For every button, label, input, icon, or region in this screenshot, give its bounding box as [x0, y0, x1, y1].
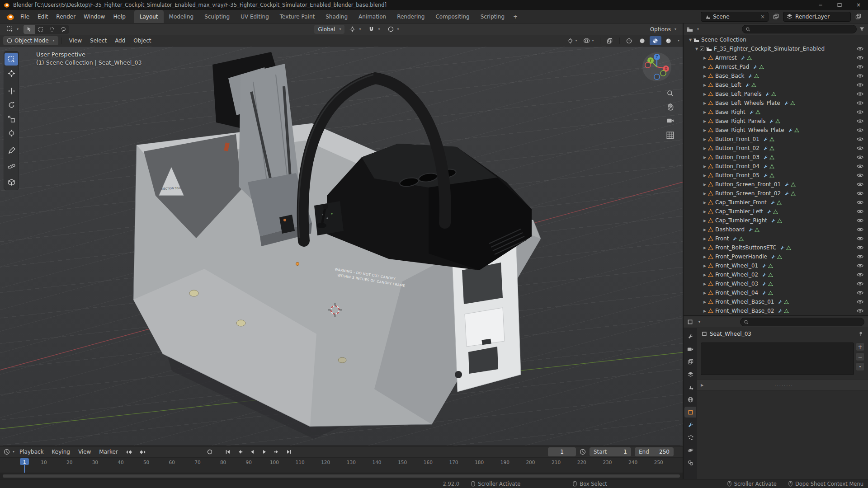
outliner-object-row[interactable]: ▶ Front_Wheel_Base_02	[684, 306, 868, 315]
xray-toggle[interactable]	[604, 36, 616, 45]
pin-icon[interactable]	[858, 331, 863, 337]
jump-next-keyframe-button[interactable]	[137, 448, 149, 456]
visibility-eye-icon[interactable]	[857, 92, 863, 96]
visibility-eye-icon[interactable]	[857, 110, 863, 114]
visibility-eye-icon[interactable]	[857, 236, 863, 241]
disclosure-icon[interactable]: ▼	[693, 47, 700, 51]
visibility-eye-icon[interactable]	[857, 65, 863, 69]
viewport-camera-icon[interactable]	[666, 117, 674, 123]
outliner-object-row[interactable]: ▶ Button_Front_04	[684, 162, 868, 171]
transform-orientation-dropdown[interactable]: Global ▾	[314, 25, 344, 34]
viewport-menu-item[interactable]: Add	[111, 35, 129, 46]
disclosure-icon[interactable]: ▶	[702, 246, 708, 250]
tab-view-layer[interactable]	[684, 369, 696, 380]
outliner-object-row[interactable]: ▶ Front_Wheel_04	[684, 288, 868, 297]
outliner-object-row[interactable]: ▶ Front_Wheel_Base_01	[684, 297, 868, 306]
workspace-tab[interactable]: Compositing	[430, 10, 475, 23]
disclosure-icon[interactable]: ▶	[702, 174, 708, 178]
outliner-collection-row[interactable]: ▼ ✓ F_35_Fighter_Cockpit_Simulator_Enabl…	[684, 44, 868, 53]
disclosure-icon[interactable]: ▶	[702, 128, 708, 132]
disclosure-icon[interactable]: ▶	[702, 237, 708, 241]
disclosure-icon[interactable]: ▶	[702, 56, 708, 60]
viewport-zoom-icon[interactable]	[666, 89, 674, 97]
disclosure-icon[interactable]: ▶	[702, 264, 708, 268]
properties-editor-icon[interactable]	[687, 319, 693, 325]
select-box-tool[interactable]	[5, 53, 18, 66]
visibility-eye-icon[interactable]	[857, 137, 863, 141]
visibility-eye-icon[interactable]	[857, 227, 863, 232]
menu-item[interactable]: Render	[52, 10, 80, 23]
disclosure-icon[interactable]: ▶	[702, 83, 708, 87]
new-scene-button[interactable]	[771, 12, 780, 21]
disclosure-icon[interactable]: ▶	[702, 110, 708, 114]
properties-search-input[interactable]	[751, 319, 861, 325]
outliner-search-input[interactable]	[753, 26, 853, 33]
viewport-3d[interactable]: EJECTION SEAT	[0, 47, 683, 446]
cockpit-model[interactable]: EJECTION SEAT	[133, 52, 541, 439]
visibility-eye-icon[interactable]	[857, 209, 863, 214]
scrollbar-handle[interactable]	[3, 474, 680, 478]
timeline-ruler[interactable]: 1020304050607080901001101201301401501601…	[0, 458, 683, 473]
outliner-object-row[interactable]: ▶ Dashboard	[684, 225, 868, 234]
visibility-eye-icon[interactable]	[857, 300, 863, 304]
viewport-pan-hand-icon[interactable]	[666, 103, 674, 111]
outliner-object-row[interactable]: ▶ Cap_Tumbler_Right	[684, 216, 868, 225]
chevron-down-icon[interactable]: ▾	[678, 39, 679, 42]
visibility-eye-icon[interactable]	[857, 164, 863, 169]
outliner-root-row[interactable]: ▼ Scene Collection	[684, 35, 868, 44]
current-frame-flag[interactable]: 1	[20, 458, 29, 465]
shading-material-button[interactable]	[650, 36, 661, 45]
visibility-eye-icon[interactable]	[857, 119, 863, 123]
outliner-object-row[interactable]: ▶ Front	[684, 234, 868, 243]
disclosure-icon[interactable]: ▶	[702, 101, 708, 105]
visibility-eye-icon[interactable]	[857, 83, 863, 87]
collapsed-panel-header[interactable]: ▶ ········	[697, 380, 868, 390]
outliner-object-row[interactable]: ▶ Front_PowerHandle	[684, 252, 868, 261]
visibility-eye-icon[interactable]	[857, 74, 863, 78]
workspace-tab[interactable]: Modeling	[164, 10, 199, 23]
disclosure-icon[interactable]: ▶	[702, 192, 708, 196]
timeline-editor-icon[interactable]	[4, 449, 10, 455]
minimize-button[interactable]: ─	[811, 0, 830, 10]
disclosure-icon[interactable]: ▶	[702, 155, 708, 160]
disclosure-icon[interactable]: ▶	[702, 273, 708, 277]
timeline-scrollbar[interactable]	[0, 473, 683, 479]
disclosure-icon[interactable]: ▶	[702, 201, 708, 205]
next-keyframe-button[interactable]	[271, 448, 282, 456]
disclosure-icon[interactable]: ▶	[702, 183, 708, 187]
disclosure-icon[interactable]: ▼	[687, 38, 693, 42]
outliner-object-row[interactable]: ▶ Button_Front_02	[684, 144, 868, 153]
frame-end-field[interactable]: End 250	[635, 447, 674, 456]
show-overlays-dropdown[interactable]: ▾	[581, 36, 596, 45]
jump-to-end-button[interactable]	[283, 448, 294, 456]
transform-tool[interactable]	[5, 127, 18, 139]
disclosure-icon[interactable]: ▶	[702, 74, 708, 78]
maximize-button[interactable]	[830, 0, 849, 10]
select-mode-circle[interactable]	[46, 25, 57, 34]
add-cube-tool[interactable]	[5, 176, 18, 188]
disclosure-icon[interactable]: ▶	[702, 228, 708, 232]
workspace-tab[interactable]: Texture Paint	[274, 10, 320, 23]
close-button[interactable]: ×	[849, 0, 868, 10]
filter-funnel-icon[interactable]	[859, 26, 865, 32]
blender-logo-icon[interactable]	[5, 13, 14, 20]
tab-particles[interactable]	[684, 432, 696, 443]
viewport-perspective-grid-icon[interactable]	[666, 131, 674, 139]
disclosure-icon[interactable]: ▶	[702, 146, 708, 150]
visibility-eye-icon[interactable]	[857, 155, 863, 160]
play-button[interactable]	[259, 448, 270, 456]
outliner-object-row[interactable]: ▶ Front_Wheel_01	[684, 261, 868, 270]
prev-keyframe-button[interactable]	[235, 448, 245, 456]
tab-physics[interactable]	[684, 445, 696, 455]
move-tool[interactable]	[5, 84, 18, 97]
visibility-eye-icon[interactable]	[857, 101, 863, 105]
disclosure-icon[interactable]: ▶	[702, 137, 708, 141]
rotate-tool[interactable]	[5, 99, 18, 111]
disclosure-icon[interactable]: ▶	[702, 219, 708, 223]
tab-world[interactable]	[684, 394, 696, 405]
workspace-tab[interactable]: Sculpting	[199, 10, 235, 23]
tab-render[interactable]	[684, 343, 696, 354]
disclosure-icon[interactable]: ▶	[702, 291, 708, 295]
scale-tool[interactable]	[5, 113, 18, 125]
workspace-tab[interactable]: Animation	[353, 10, 392, 23]
